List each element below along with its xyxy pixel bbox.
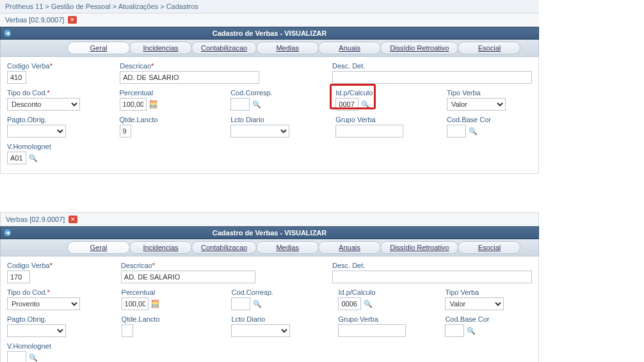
vhomolognet-input[interactable] bbox=[7, 152, 26, 164]
qtde-lancto-input[interactable] bbox=[122, 324, 133, 337]
back-icon[interactable]: ◄ bbox=[3, 29, 12, 38]
label-tipo-verba: Tipo Verba bbox=[445, 288, 532, 296]
tab-dissidio[interactable]: Dissídio Retroativo bbox=[380, 241, 458, 254]
label-cod-corresp: Cod.Corresp. bbox=[231, 288, 330, 296]
tipo-verba-select[interactable]: Valor bbox=[447, 98, 506, 111]
window-title-bar: ◄ Cadastro de Verbas - VISUALIZAR bbox=[0, 27, 539, 40]
label-cod-base-cor: Cod.Base Cor bbox=[447, 116, 532, 123]
window-title: Cadastro de Verbas - VISUALIZAR bbox=[213, 229, 327, 237]
label-desc-det: Desc. Det. bbox=[332, 62, 532, 70]
label-pagto-obrig: Pagto.Obrig. bbox=[7, 315, 114, 323]
tab-geral[interactable]: Geral bbox=[67, 42, 130, 54]
label-codigo-verba: Codigo Verba* bbox=[7, 262, 113, 269]
lookup-icon[interactable]: 🔍 bbox=[252, 100, 261, 109]
tab-anuais[interactable]: Anuais bbox=[318, 42, 381, 54]
codigo-verba-input[interactable] bbox=[7, 71, 26, 84]
percentual-input[interactable] bbox=[122, 297, 149, 310]
grupo-verba-input[interactable] bbox=[338, 324, 406, 337]
label-descricao: Descricao* bbox=[121, 262, 325, 269]
lookup-icon[interactable]: 🔍 bbox=[253, 299, 262, 308]
window-title-bar: ◄ Cadastro de Verbas - VISUALIZAR bbox=[0, 226, 539, 239]
lookup-icon[interactable]: 🔍 bbox=[29, 353, 38, 362]
subtabs: Geral Incidencias Contabilizacao Medias … bbox=[0, 40, 539, 57]
tab-anuais[interactable]: Anuais bbox=[318, 241, 381, 254]
cod-base-cor-input[interactable] bbox=[445, 324, 464, 337]
lookup-icon[interactable]: 🔍 bbox=[467, 326, 476, 335]
calculator-icon[interactable]: 🧮 bbox=[151, 299, 160, 308]
qtde-lancto-input[interactable] bbox=[120, 125, 131, 138]
lcto-diario-select[interactable] bbox=[230, 125, 289, 138]
grupo-verba-input[interactable] bbox=[335, 125, 403, 138]
label-percentual: Percentual bbox=[122, 288, 224, 296]
window-title: Cadastro de Verbas - VISUALIZAR bbox=[213, 29, 327, 37]
tab-label[interactable]: Verbas [02.9.0007] bbox=[6, 216, 65, 223]
tab-esocial[interactable]: Esocial bbox=[458, 42, 520, 54]
idp-calculo-input[interactable] bbox=[338, 297, 361, 310]
label-grupo-verba: Grupo Verba bbox=[338, 315, 437, 323]
breadcrumb: Protheus 11 > Gestão de Pessoal > Atuali… bbox=[0, 0, 539, 13]
tab-dissidio[interactable]: Dissídio Retroativo bbox=[380, 42, 458, 54]
label-tipo-cod: Tipo do Cod.* bbox=[7, 89, 112, 97]
label-lcto-diario: Lcto Diario bbox=[231, 315, 330, 323]
label-idp-calculo: Id.p/Calculo bbox=[338, 288, 437, 296]
tipo-verba-select[interactable]: Valor bbox=[445, 297, 504, 310]
label-lcto-diario: Lcto Diario bbox=[230, 116, 328, 123]
label-descricao: Descricao* bbox=[120, 62, 325, 70]
back-icon[interactable]: ◄ bbox=[3, 228, 12, 237]
tab-label[interactable]: Verbas [02.9.0007] bbox=[5, 16, 64, 24]
codigo-verba-input[interactable] bbox=[7, 271, 30, 283]
tab-geral[interactable]: Geral bbox=[67, 241, 130, 254]
desc-det-input[interactable] bbox=[332, 71, 532, 84]
desc-det-input[interactable] bbox=[332, 271, 532, 283]
vhomolognet-input[interactable] bbox=[7, 351, 26, 362]
label-codigo-verba: Codigo Verba* bbox=[7, 62, 112, 70]
label-vhomolognet: V.Homolognet bbox=[7, 143, 51, 150]
label-qtde-lancto: Qtde.Lancto bbox=[122, 315, 224, 323]
lookup-icon[interactable]: 🔍 bbox=[29, 153, 38, 162]
descricao-input[interactable] bbox=[121, 271, 255, 283]
lookup-icon[interactable]: 🔍 bbox=[364, 299, 373, 308]
pagto-obrig-select[interactable] bbox=[7, 125, 66, 138]
cod-base-cor-input[interactable] bbox=[447, 125, 466, 138]
label-pagto-obrig: Pagto.Obrig. bbox=[7, 116, 112, 123]
label-percentual: Percentual bbox=[120, 89, 223, 97]
tab-medias[interactable]: Medias bbox=[256, 42, 319, 54]
tab-bar: Verbas [02.9.0007] ✕ bbox=[0, 212, 539, 226]
tab-esocial[interactable]: Esocial bbox=[458, 241, 520, 254]
tab-bar: Verbas [02.9.0007] ✕ bbox=[0, 13, 539, 27]
tab-incidencias[interactable]: Incidencias bbox=[129, 241, 192, 254]
label-tipo-cod: Tipo do Cod.* bbox=[7, 288, 114, 296]
tipo-cod-select[interactable]: Provento bbox=[7, 297, 80, 310]
label-cod-base-cor: Cod.Base Cor bbox=[445, 315, 532, 323]
label-cod-corresp: Cod.Corresp. bbox=[230, 89, 328, 97]
lookup-icon[interactable]: 🔍 bbox=[361, 100, 370, 109]
cod-corresp-input[interactable] bbox=[230, 98, 250, 111]
subtabs: Geral Incidencias Contabilizacao Medias … bbox=[0, 239, 539, 256]
calculator-icon[interactable]: 🧮 bbox=[149, 100, 158, 109]
cod-corresp-input[interactable] bbox=[231, 297, 250, 310]
label-vhomolognet: V.Homolognet bbox=[7, 342, 51, 350]
descricao-input[interactable] bbox=[120, 71, 259, 84]
tipo-cod-select[interactable]: Desconto bbox=[7, 98, 80, 111]
label-grupo-verba: Grupo Verba bbox=[335, 116, 439, 123]
lookup-icon[interactable]: 🔍 bbox=[469, 127, 478, 136]
label-tipo-verba: Tipo Verba bbox=[447, 89, 532, 97]
form-area-top: Codigo Verba* Descricao* Desc. Det. Tipo… bbox=[0, 57, 539, 174]
form-area-bottom: Codigo Verba* Descricao* Desc. Det. Tipo… bbox=[0, 256, 539, 362]
idp-calculo-input[interactable] bbox=[335, 98, 358, 111]
percentual-input[interactable] bbox=[120, 98, 147, 111]
tab-medias[interactable]: Medias bbox=[256, 241, 319, 254]
close-icon[interactable]: ✕ bbox=[68, 216, 77, 223]
label-idp-calculo: Id.p/Calculo bbox=[335, 89, 439, 97]
close-icon[interactable]: ✕ bbox=[68, 16, 77, 24]
label-qtde-lancto: Qtde.Lancto bbox=[120, 116, 223, 123]
tab-contabilizacao[interactable]: Contabilizacao bbox=[191, 241, 257, 254]
breadcrumb-text: Protheus 11 > Gestão de Pessoal > Atuali… bbox=[5, 3, 198, 10]
tab-contabilizacao[interactable]: Contabilizacao bbox=[191, 42, 257, 54]
lcto-diario-select[interactable] bbox=[231, 324, 290, 337]
label-desc-det: Desc. Det. bbox=[332, 262, 532, 269]
tab-incidencias[interactable]: Incidencias bbox=[129, 42, 192, 54]
pagto-obrig-select[interactable] bbox=[7, 324, 66, 337]
